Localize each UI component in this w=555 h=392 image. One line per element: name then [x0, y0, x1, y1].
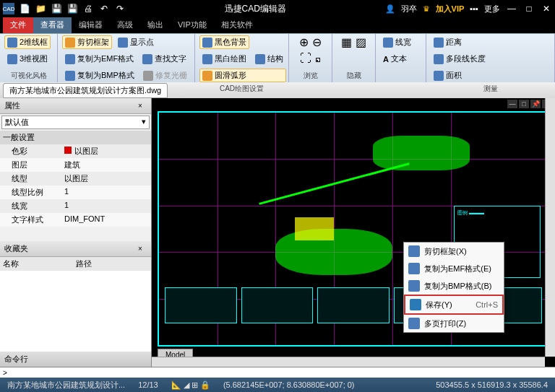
props-header: 属性×: [0, 98, 151, 114]
prop-textstyle-label: 文字样式: [3, 214, 64, 225]
prop-linetype-label: 线型: [3, 173, 64, 184]
group-cad-settings: CAD绘图设置: [199, 82, 284, 94]
status-coords: (5.682145E+007; 8.630880E+007; 0): [220, 380, 358, 389]
redo-icon[interactable]: ↷: [114, 3, 126, 14]
prop-lineweight-val[interactable]: 1: [64, 201, 148, 212]
status-pages: 12/13: [135, 380, 161, 389]
menu-advanced[interactable]: 高级: [110, 17, 140, 33]
print-icon: [408, 318, 420, 329]
btn-smooth-arc[interactable]: 圆滑弧形: [199, 69, 286, 82]
fav-close-icon[interactable]: ×: [138, 245, 147, 253]
btn-black-bg[interactable]: 黑色背景: [199, 35, 249, 49]
user-icon[interactable]: 👤: [385, 4, 395, 14]
save-icon[interactable]: 💾: [51, 3, 62, 14]
menu-viewer[interactable]: 查看器: [33, 17, 72, 33]
file-tab-active[interactable]: 南方某地城市公园建筑规划设计方案图.dwg: [3, 83, 168, 98]
btn-show-points[interactable]: 显示点: [115, 35, 157, 49]
ctx-clip-frame[interactable]: 剪切框架(X): [404, 243, 504, 260]
btn-area[interactable]: 面积: [431, 69, 489, 82]
emf-icon: [408, 263, 420, 274]
prop-ltscale-val[interactable]: 1: [64, 187, 148, 198]
statusbar: 南方某地城市公园建筑规划设计... 12/13 📐 ◢ ⊞ 🔒 (5.68214…: [0, 378, 555, 392]
minimize-icon[interactable]: —: [506, 3, 517, 14]
vip-button[interactable]: 加入VIP: [436, 4, 465, 14]
scrollbar-horizontal[interactable]: [152, 357, 545, 367]
crown-icon: ♛: [423, 4, 430, 14]
save-icon: [410, 299, 421, 310]
status-icons[interactable]: 📐 ◢ ⊞ 🔒: [168, 380, 213, 390]
bmp-icon: [408, 280, 420, 292]
status-file: 南方某地城市公园建筑规划设计...: [4, 380, 128, 391]
more-icon: ▪▪▪: [470, 4, 478, 13]
maximize-icon[interactable]: □: [523, 3, 535, 14]
user-name[interactable]: 羽卒: [401, 4, 417, 14]
context-menu: 剪切框架(X) 复制为EMF格式(E) 复制为BMP格式(B) 保存(Y)Ctr…: [403, 242, 504, 333]
ribbon: 2维线框 3维视图 可视化风格 剪切框架 显示点 复制为EMF格式 查找文字 复…: [0, 33, 555, 82]
cmd-header: 命令行: [0, 352, 151, 367]
scrollbar-vertical[interactable]: [545, 98, 555, 357]
btn-3d-view[interactable]: 3维视图: [4, 52, 51, 66]
props-close-icon[interactable]: ×: [138, 102, 147, 110]
new-icon[interactable]: 📄: [19, 3, 30, 14]
open-icon[interactable]: 📁: [35, 3, 46, 14]
btn-distance[interactable]: 距离: [431, 35, 489, 49]
prop-lineweight-label: 线宽: [3, 201, 64, 212]
btn-find-text[interactable]: 查找文字: [139, 52, 189, 66]
menu-vip[interactable]: VIP功能: [171, 17, 214, 33]
undo-icon[interactable]: ↶: [98, 3, 110, 14]
ctx-multi-print[interactable]: 多页打印(Z): [404, 315, 504, 332]
close-icon[interactable]: ✕: [541, 3, 552, 14]
fav-col-name[interactable]: 名称: [3, 258, 76, 269]
more-button[interactable]: 更多: [484, 4, 500, 14]
btn-bw-draw[interactable]: 黑白绘图: [199, 52, 249, 66]
print-icon[interactable]: 🖨: [82, 3, 94, 14]
btn-structure[interactable]: 结构: [252, 52, 286, 66]
prop-color-val[interactable]: 以图层: [64, 146, 148, 157]
ctx-copy-bmp[interactable]: 复制为BMP格式(B): [404, 277, 504, 295]
menu-output[interactable]: 输出: [140, 17, 171, 33]
menubar: 文件 查看器 编辑器 高级 输出 VIP功能 相关软件: [0, 17, 555, 33]
ctx-save[interactable]: 保存(Y)Ctrl+S: [404, 295, 504, 315]
titlebar: CAD 📄 📁 💾 💾 🖨 ↶ ↷ 迅捷CAD编辑器 👤 羽卒 ♛ 加入VIP …: [0, 0, 555, 17]
canvas-max-icon[interactable]: □: [519, 100, 529, 108]
menu-editor[interactable]: 编辑器: [72, 17, 110, 33]
fav-list[interactable]: [0, 271, 151, 352]
group-measure: 测量: [431, 82, 550, 94]
btn-2d-wireframe[interactable]: 2维线框: [4, 35, 51, 49]
group-browse: 浏览: [293, 69, 327, 81]
btn-fix-raster[interactable]: 修复光栅: [140, 69, 190, 82]
command-input[interactable]: >: [0, 367, 555, 378]
btn-copy-emf[interactable]: 复制为EMF格式: [62, 52, 137, 66]
btn-clip-frame[interactable]: 剪切框架: [62, 35, 112, 49]
menu-file[interactable]: 文件: [3, 17, 33, 33]
app-icon: CAD: [3, 3, 14, 14]
scissors-icon: [408, 245, 420, 257]
group-hide: 隐藏: [337, 69, 371, 81]
canvas-pin-icon[interactable]: 📌: [530, 100, 541, 108]
group-visual-style: 可视化风格: [4, 69, 53, 81]
menu-related[interactable]: 相关软件: [214, 17, 260, 33]
general-section[interactable]: 一般设置: [3, 132, 35, 143]
saveas-icon[interactable]: 💾: [66, 3, 78, 14]
status-dims: 503455.5 x 516919.3 x 35586.4: [433, 380, 551, 389]
prop-ltscale-label: 线型比例: [3, 187, 64, 198]
ctx-copy-emf[interactable]: 复制为EMF格式(E): [404, 260, 504, 277]
prop-color-label: 色彩: [3, 146, 64, 157]
canvas-min-icon[interactable]: —: [507, 100, 517, 108]
btn-lineweight[interactable]: 线宽: [380, 35, 414, 49]
btn-copy-bmp[interactable]: 复制为BMP格式: [62, 69, 137, 82]
app-title: 迅捷CAD编辑器: [126, 3, 385, 15]
btn-polyline-len[interactable]: 多段线长度: [431, 52, 489, 66]
default-dropdown[interactable]: 默认值 ▾: [1, 116, 150, 129]
prop-layer-label: 图层: [3, 160, 64, 170]
btn-text[interactable]: A文本: [380, 52, 414, 66]
left-panel: 属性× 默认值 ▾ 一般设置 色彩以图层 图层建筑 线型以图层 线型比例1 线宽…: [0, 98, 152, 367]
prop-textstyle-val[interactable]: DIM_FONT: [64, 214, 148, 225]
prop-linetype-val[interactable]: 以图层: [64, 173, 148, 184]
fav-header: 收藏夹×: [0, 241, 151, 257]
prop-layer-val[interactable]: 建筑: [64, 160, 148, 170]
fav-col-path[interactable]: 路径: [76, 258, 149, 269]
